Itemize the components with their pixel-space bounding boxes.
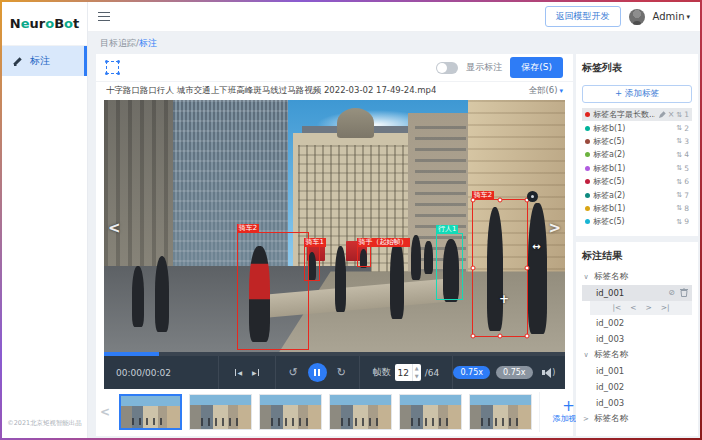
- breadcrumb-parent[interactable]: 目标追踪: [100, 37, 136, 50]
- label-row[interactable]: 标签a(2)⇅4: [582, 148, 692, 161]
- resize-handle[interactable]: [497, 198, 502, 203]
- result-item[interactable]: id_003: [582, 395, 692, 411]
- hide-annotation-icon[interactable]: ⊘: [668, 288, 675, 297]
- label-row[interactable]: 标签a(2)⇅7: [582, 188, 692, 201]
- video-progress-bar[interactable]: [104, 352, 565, 356]
- delete-label-icon[interactable]: ×: [668, 110, 675, 119]
- user-menu[interactable]: Admin ▾: [653, 11, 690, 22]
- sort-icon[interactable]: ⇅: [676, 191, 682, 199]
- sort-icon[interactable]: ⇅: [676, 178, 682, 186]
- result-item[interactable]: id_002: [582, 379, 692, 395]
- label-row[interactable]: 标签c(5)⇅6: [582, 175, 692, 188]
- video-thumbnail[interactable]: [399, 394, 462, 430]
- result-item[interactable]: id_001: [582, 363, 692, 379]
- back-to-model-dev-button[interactable]: 返回模型开发: [545, 6, 621, 27]
- move-cursor-icon: +: [499, 292, 509, 306]
- resize-handle[interactable]: [497, 334, 502, 339]
- frame-value: 12: [395, 368, 412, 378]
- label-name: 标签b(1): [593, 163, 673, 174]
- rect-select-tool-icon[interactable]: [106, 61, 119, 74]
- label-row[interactable]: 标签b(1)⇅8: [582, 202, 692, 215]
- first-page-icon[interactable]: |<: [612, 303, 621, 312]
- next-frame-button[interactable]: ▶: [252, 369, 259, 376]
- annotation-panel: 显示标注 保存(S) 十字路口路口行人 城市交通上下班高峰斑马线过马路视频 20…: [96, 54, 573, 436]
- sort-icon[interactable]: ⇅: [676, 164, 682, 172]
- prev-page-icon[interactable]: <: [630, 303, 636, 312]
- trash-icon[interactable]: [680, 288, 688, 297]
- resize-handle[interactable]: [471, 266, 476, 271]
- label-color-dot: [585, 112, 590, 117]
- video-thumbnail[interactable]: [189, 394, 252, 430]
- label-row[interactable]: 标签c(5)⇅3: [582, 135, 692, 148]
- result-item[interactable]: id_001⊘: [582, 285, 692, 301]
- sidebar-item-annotate[interactable]: 标注: [2, 46, 87, 76]
- sort-icon[interactable]: ⇅: [676, 204, 682, 212]
- resize-handle[interactable]: [524, 334, 529, 339]
- annotation-bbox[interactable]: 骑车2: [237, 232, 309, 350]
- annotation-bbox[interactable]: 骑手（起始帧）: [357, 246, 371, 267]
- breadcrumb: 目标追踪 / 标注: [88, 32, 700, 54]
- annotation-bbox-selected[interactable]: 骑车2↔+: [472, 199, 527, 337]
- bbox-label: 骑车1: [304, 238, 326, 247]
- label-row[interactable]: 标签b(1)⇅2: [582, 121, 692, 134]
- pause-button[interactable]: [308, 363, 327, 382]
- frame-number-input[interactable]: 12 ▲▼: [395, 364, 421, 381]
- label-row[interactable]: 标签c(5)⇅9: [582, 215, 692, 228]
- filter-dropdown[interactable]: 全部(6) ▾: [528, 85, 563, 97]
- annotation-bbox[interactable]: 行人1: [436, 233, 463, 300]
- save-button[interactable]: 保存(S): [510, 57, 563, 78]
- video-canvas[interactable]: 骑车2骑车1骑手（起始帧）行人1骑车2↔+ < >: [104, 100, 565, 352]
- result-item[interactable]: id_002: [582, 315, 692, 331]
- label-row[interactable]: 标签名字最长数...×⇅1: [582, 108, 692, 121]
- bbox-label: 骑手（起始帧）: [357, 238, 410, 247]
- result-group-name: 标签名称: [594, 271, 628, 283]
- show-annotations-toggle[interactable]: [436, 62, 458, 74]
- result-item-id: id_002: [596, 382, 624, 392]
- next-video-arrow[interactable]: >: [548, 221, 561, 236]
- sort-icon[interactable]: ⇅: [676, 218, 682, 226]
- rewind-10-icon[interactable]: ↺: [288, 366, 297, 379]
- annotation-bbox[interactable]: 骑车1: [304, 246, 320, 281]
- speed-button-active[interactable]: 0.75x: [453, 366, 490, 379]
- sort-icon[interactable]: ⇅: [676, 124, 682, 132]
- label-color-dot: [585, 166, 590, 171]
- resize-handle[interactable]: [524, 266, 529, 271]
- result-group-header[interactable]: ∨标签名称: [582, 269, 692, 285]
- thumbs-prev-arrow[interactable]: <: [98, 405, 112, 419]
- sort-icon[interactable]: ⇅: [676, 111, 682, 119]
- resize-handle[interactable]: [471, 198, 476, 203]
- add-label-button[interactable]: + 添加标签: [582, 85, 692, 103]
- video-thumbnail[interactable]: [259, 394, 322, 430]
- volume-icon[interactable]: ): [542, 368, 555, 378]
- video-thumbnail[interactable]: [329, 394, 392, 430]
- label-color-dot: [585, 152, 590, 157]
- resize-handle[interactable]: [471, 334, 476, 339]
- video-thumbnail[interactable]: [469, 394, 532, 430]
- result-item-id: id_003: [596, 398, 624, 408]
- pedestrian-figure: [424, 241, 432, 274]
- prev-frame-button[interactable]: ◀: [235, 369, 242, 376]
- video-thumbnail[interactable]: [119, 394, 182, 430]
- step-up-icon[interactable]: ▲: [413, 364, 421, 373]
- frame-stepper[interactable]: ▲▼: [412, 364, 421, 381]
- label-list-title: 标签列表: [582, 61, 692, 75]
- bbox-action-button[interactable]: [527, 191, 538, 202]
- tools-bar: 显示标注 保存(S): [96, 54, 573, 82]
- prev-video-arrow[interactable]: <: [108, 221, 121, 236]
- label-row[interactable]: 标签b(1)⇅5: [582, 162, 692, 175]
- edit-icon[interactable]: [658, 111, 666, 119]
- last-page-icon[interactable]: >|: [661, 303, 670, 312]
- frame-count-label: 帧数: [373, 366, 391, 379]
- label-order: 3: [684, 137, 689, 146]
- result-group-header[interactable]: >标签名称: [582, 411, 692, 427]
- step-down-icon[interactable]: ▼: [413, 373, 421, 382]
- forward-10-icon[interactable]: ↻: [337, 366, 346, 379]
- next-page-icon[interactable]: >: [646, 303, 652, 312]
- result-item[interactable]: id_003: [582, 331, 692, 347]
- sort-icon[interactable]: ⇅: [676, 137, 682, 145]
- sort-icon[interactable]: ⇅: [676, 151, 682, 159]
- speed-button-secondary[interactable]: 0.75x: [496, 366, 533, 379]
- avatar[interactable]: [629, 9, 645, 25]
- result-group-header[interactable]: ∨标签名称: [582, 347, 692, 363]
- menu-fold-icon[interactable]: [98, 12, 110, 21]
